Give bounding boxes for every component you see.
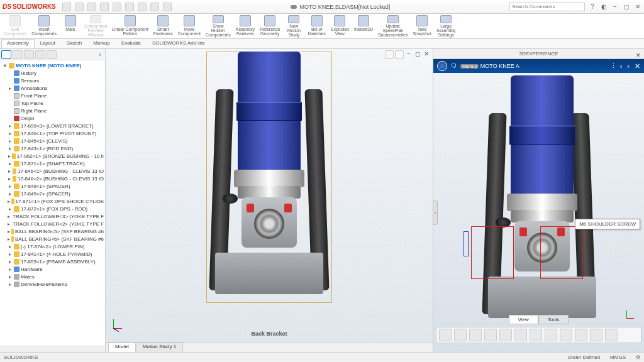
qat-new-icon[interactable] xyxy=(62,3,71,11)
graphics-area[interactable]: − ◻ ✕ Back Bracket ModelMotion Study 1 xyxy=(106,49,433,352)
qat-save-icon[interactable] xyxy=(87,3,96,11)
xt-view-icon[interactable] xyxy=(605,329,618,341)
qat-settings-icon[interactable] xyxy=(163,3,172,11)
feature-manager-tab-icon[interactable] xyxy=(1,50,11,59)
tree-node[interactable]: Sensors xyxy=(1,77,104,84)
ribbon-exploded-button[interactable]: ExplodedView xyxy=(328,14,352,38)
xt-explode-icon[interactable] xyxy=(560,329,572,341)
gfx-close-icon[interactable]: ✕ xyxy=(423,50,430,58)
markup-view[interactable]: › M6 SHOULDER SCREW xyxy=(433,73,644,352)
ribbon-linear-component-button[interactable]: Linear ComponentPattern xyxy=(109,14,151,38)
ribbon-tab-layout[interactable]: Layout xyxy=(35,39,61,48)
xt-comment-icon[interactable] xyxy=(439,329,452,341)
dimxpert-tab-icon[interactable] xyxy=(35,50,45,59)
tree-node[interactable]: ▸TRACK FOLLOWER<3> (YOKE TYPE F xyxy=(1,212,104,220)
configuration-manager-tab-icon[interactable] xyxy=(24,50,34,59)
ribbon-tab-solidworks-add-ins[interactable]: SOLIDWORKS Add-Ins xyxy=(147,39,211,48)
tree-node[interactable]: Origin xyxy=(1,114,104,122)
tree-node[interactable]: ▸BALL BEARING<5> (SKF BEARING #6 xyxy=(1,228,104,235)
ribbon-instant3d-button[interactable]: Instant3D xyxy=(352,14,375,38)
qat-rebuild-icon[interactable] xyxy=(150,3,159,11)
tree-node[interactable]: ▸17-840<1> (TOP PIVOT MOUNT) xyxy=(1,129,104,137)
tree-node[interactable]: ▸BALL BEARING<6> (SKF BEARING #6 xyxy=(1,235,104,243)
xt-fit-icon[interactable] xyxy=(590,329,602,341)
ribbon-assembly-button[interactable]: AssemblyFeatures xyxy=(233,14,257,38)
feature-tree[interactable]: ▾MOTO KNEE (MOTO KNEE)HistorySensors▸Ann… xyxy=(0,60,105,346)
tree-node[interactable]: ▸Mates xyxy=(1,273,104,280)
tree-node[interactable]: ▸17-846<2> (BUSHING - CLEVIS 13 ID xyxy=(1,175,104,182)
tree-node[interactable]: ▸TRACK FOLLOWER<2> (YOKE TYPE F xyxy=(1,220,104,228)
tree-node[interactable]: Right Plane xyxy=(1,107,104,114)
ribbon-tab-assembly[interactable]: Assembly xyxy=(1,39,35,48)
xt-snapshot-icon[interactable] xyxy=(575,329,587,341)
tree-node[interactable]: ▸17-849<1> (SPACER) xyxy=(1,182,104,190)
tree-node[interactable]: ▸DerivedHolePattern1 xyxy=(1,280,104,288)
tree-node[interactable]: ▸Annotations xyxy=(1,84,104,92)
ribbon-smart-button[interactable]: SmartFasteners xyxy=(151,14,175,38)
expand-handle[interactable]: › xyxy=(433,200,438,225)
xt-rotate-icon[interactable] xyxy=(530,329,542,341)
tree-node[interactable]: Top Plane xyxy=(1,99,104,107)
tree-node[interactable]: ▸17-853<1> (FRAME ASSEMBLY) xyxy=(1,258,104,265)
tree-node[interactable]: ▸17-843<1> (ROD END) xyxy=(1,145,104,152)
tree-node[interactable]: ▸(-) 17-874<2> (LOWER PIN) xyxy=(1,243,104,250)
xpanel-close-icon[interactable]: ✕ xyxy=(635,50,641,57)
status-units[interactable]: MMGS xyxy=(610,354,626,360)
orientation-triad[interactable] xyxy=(111,317,126,332)
search-commands-input[interactable] xyxy=(509,3,585,11)
more-icon[interactable]: ⋮ xyxy=(611,63,616,69)
tree-node[interactable]: ▸17-841<1> (4 HOLE PYRAMID) xyxy=(1,250,104,258)
xt-draw-icon[interactable] xyxy=(499,329,512,341)
xt-move-icon[interactable] xyxy=(514,329,527,341)
tree-node[interactable]: ▸17-846<1> (BUSHING - CLEVIS 13 ID xyxy=(1,167,104,175)
ribbon-tab-sketch[interactable]: Sketch xyxy=(61,39,87,48)
qat-options-icon[interactable] xyxy=(138,3,147,11)
display-manager-tab-icon[interactable] xyxy=(47,50,57,59)
qat-undo-icon[interactable] xyxy=(113,3,121,11)
markup-tab-view[interactable]: View xyxy=(509,315,538,324)
ribbon-move-button[interactable]: MoveComponent xyxy=(175,14,203,38)
tree-expand-icon[interactable]: › xyxy=(96,51,104,58)
xt-textbox-icon[interactable] xyxy=(484,329,497,341)
tree-node[interactable]: History xyxy=(1,69,104,77)
tree-node[interactable]: ▸17-845<1> (CLEVIS) xyxy=(1,137,104,145)
property-manager-tab-icon[interactable] xyxy=(13,50,23,59)
xt-section-icon[interactable] xyxy=(545,329,557,341)
gfx-maximize-icon[interactable]: ◻ xyxy=(414,50,421,58)
tree-node[interactable]: ▸Hardware xyxy=(1,265,104,273)
minimize-icon[interactable]: − xyxy=(611,3,619,11)
restore-icon[interactable]: ◻ xyxy=(623,3,630,11)
tree-node[interactable]: ▸17-862<1> (BRONZE BUSHING - 10 II xyxy=(1,152,104,160)
tree-node[interactable]: ▾MOTO KNEE (MOTO KNEE) xyxy=(1,62,104,69)
markup-close-icon[interactable]: ✕ xyxy=(635,62,640,70)
qat-redo-icon[interactable] xyxy=(125,3,134,11)
close-icon[interactable]: ✕ xyxy=(634,3,641,11)
chat-icon[interactable]: 🗨 xyxy=(451,63,457,69)
ribbon-tab-markup[interactable]: Markup xyxy=(87,39,116,48)
markup-triad[interactable] xyxy=(626,308,639,321)
bottom-tab-motion-study-1[interactable]: Motion Study 1 xyxy=(136,343,183,352)
xt-text-icon[interactable] xyxy=(469,329,482,341)
user-icon[interactable]: ◐ xyxy=(600,3,608,11)
tree-node[interactable]: ▸17-871<1> (SHAFT-TRACK) xyxy=(1,160,104,167)
qat-open-icon[interactable] xyxy=(75,3,84,11)
ribbon-large-button[interactable]: LargeAssemblySettings xyxy=(434,14,458,38)
qat-print-icon[interactable] xyxy=(100,3,109,11)
bottom-tab-model[interactable]: Model xyxy=(108,343,136,352)
gfx-btn-1-icon[interactable] xyxy=(385,50,394,59)
ribbon-update-button[interactable]: UpdateSpeedPakSubassemblies xyxy=(375,14,410,38)
gfx-btn-2-icon[interactable] xyxy=(395,50,404,59)
ribbon-mate-button[interactable]: Mate xyxy=(59,14,82,38)
ribbon-bill-of-button[interactable]: Bill ofMaterials xyxy=(305,14,328,38)
tree-scrollbar[interactable] xyxy=(0,346,105,352)
tree-node[interactable]: Front Plane xyxy=(1,92,104,99)
tree-node[interactable]: ▸17-871<1> (FOX DPS SHOCK CYLIDE xyxy=(1,197,104,205)
ribbon-insert-button[interactable]: InsertComponents xyxy=(29,14,59,38)
ribbon-show-button[interactable]: ShowHiddenComponents xyxy=(203,14,233,38)
prev-icon[interactable]: ‹ xyxy=(620,62,623,70)
markup-annotation[interactable]: M6 SHOULDER SCREW xyxy=(575,219,640,229)
ribbon-tab-evaluate[interactable]: Evaluate xyxy=(116,39,147,48)
tree-node[interactable]: ▸17-899<3> (LOWER BRACKET) xyxy=(1,122,104,129)
tree-node[interactable]: ▸17-849<2> (SPACER) xyxy=(1,190,104,197)
xt-measure-icon[interactable] xyxy=(454,329,467,341)
